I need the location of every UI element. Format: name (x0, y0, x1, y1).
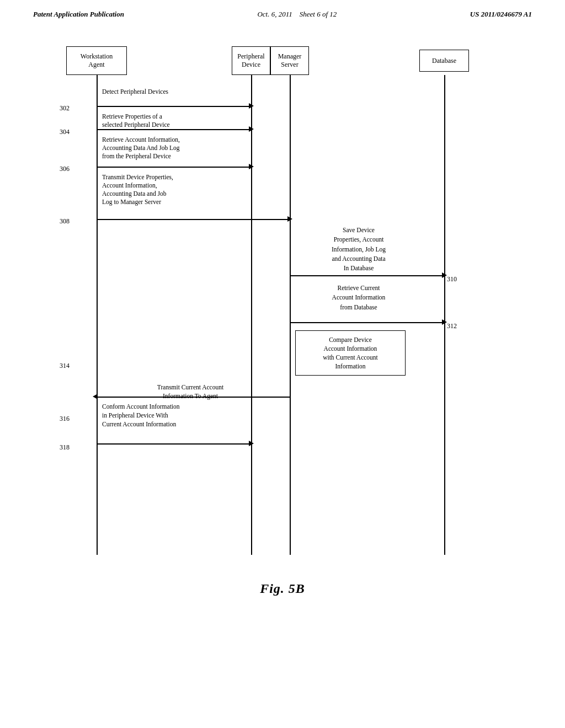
arrow-retrieve (290, 322, 444, 323)
arrow-conform (97, 443, 251, 445)
arrowhead-302 (249, 103, 254, 109)
swimlane-manager: ManagerServer (270, 46, 309, 75)
step-save-device-text: Save DeviceProperties, AccountInformatio… (298, 226, 419, 273)
lifeline-manager (290, 75, 291, 555)
step-num-306: 306 (60, 165, 70, 173)
arrowhead-retrieve (442, 319, 447, 325)
step-conform-text: Conform Account Informationin Peripheral… (102, 402, 243, 429)
header-date: Oct. 6, 2011 Sheet 6 of 12 (257, 10, 337, 19)
step-num-304: 304 (60, 128, 70, 136)
arrowhead-306 (249, 164, 254, 169)
step-num-314: 314 (60, 362, 70, 370)
swimlane-workstation: WorkstationAgent (66, 46, 127, 75)
step-302-text: Detect Peripheral Devices (102, 88, 212, 96)
step-num-316: 316 (60, 415, 70, 423)
arrowhead-save (442, 272, 447, 278)
page-header: Patent Application Publication Oct. 6, 2… (0, 0, 565, 24)
header-publication: Patent Application Publication (33, 10, 124, 19)
swimlane-peripheral: PeripheralDevice (232, 46, 270, 75)
lifeline-peripheral (251, 75, 252, 555)
step-num-310: 310 (447, 275, 457, 283)
step-num-312: 312 (447, 322, 457, 330)
arrow-308 (97, 219, 290, 220)
arrow-306 (97, 167, 251, 168)
header-patent: US 2011/0246679 A1 (470, 10, 532, 19)
step-retrieve-current-text: Retrieve CurrentAccount Informationfrom … (298, 283, 419, 312)
step-compare-box: Compare DeviceAccount Informationwith Cu… (295, 330, 406, 376)
step-304-text: Retrieve Properties of aselected Periphe… (102, 113, 223, 129)
arrow-304 (97, 129, 251, 130)
swimlane-database: Database (419, 50, 469, 72)
step-num-318: 318 (60, 443, 70, 452)
arrowhead-transmit (93, 394, 98, 399)
step-transmit-text: Transmit Current AccountInformation To A… (127, 383, 254, 400)
arrowhead-308 (287, 216, 292, 222)
arrow-302 (97, 106, 251, 107)
arrowhead-304 (249, 126, 254, 132)
figure-caption: Fig. 5B (0, 581, 565, 596)
step-308-text: Transmit Device Properties,Account Infor… (102, 173, 240, 206)
arrow-save (290, 275, 444, 276)
lifeline-database (444, 75, 445, 555)
arrowhead-conform (249, 441, 254, 446)
lifeline-workstation (97, 75, 98, 555)
step-num-302: 302 (60, 104, 70, 113)
step-num-308: 308 (60, 217, 70, 226)
step-306-text: Retrieve Account Information,Accounting … (102, 136, 234, 160)
